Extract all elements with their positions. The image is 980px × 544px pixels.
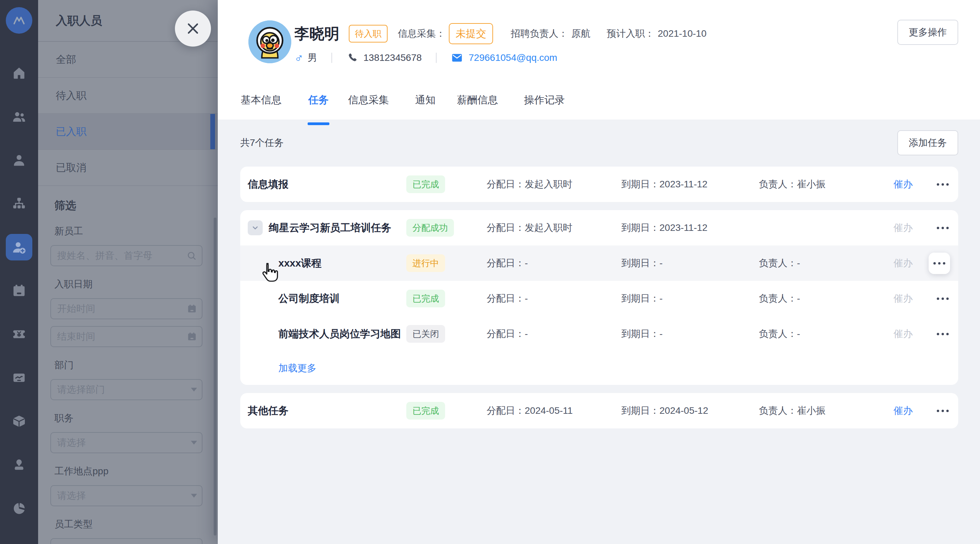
rail-money-icon[interactable] — [0, 312, 38, 356]
urge-link: 催办 — [894, 257, 921, 270]
more-actions-button[interactable]: 更多操作 — [897, 20, 958, 45]
menu-item-3[interactable]: 已取消 — [38, 150, 218, 186]
more-options-dots[interactable] — [929, 253, 950, 274]
placeholder: 请选择 — [57, 489, 86, 502]
rail-chart-icon[interactable] — [0, 356, 38, 400]
task-meta: 分配日：- — [487, 327, 621, 340]
tab-label: 通知 — [415, 93, 436, 107]
rail-home-icon[interactable] — [0, 51, 38, 95]
more-options-dots[interactable] — [935, 181, 950, 188]
gender-value: 男 — [308, 51, 317, 64]
task-meta: 到期日：2023-11-12 — [621, 221, 759, 234]
more-options-dots[interactable] — [935, 331, 950, 337]
rail-pie-chart-icon[interactable] — [0, 487, 38, 530]
close-drawer-button[interactable] — [175, 11, 211, 47]
task-meta: 到期日：2023-11-12 — [621, 178, 759, 191]
app-rail — [0, 0, 38, 544]
status-tag: 待入职 — [349, 25, 388, 43]
pie-chart-icon — [11, 501, 27, 516]
date-input[interactable]: 开始时间 — [50, 298, 202, 319]
task-row[interactable]: xxxx课程进行中分配日：-到期日：-负责人：-催办 — [240, 246, 958, 281]
tasks-tab-content: 共7个任务 添加任务 信息填报已完成分配日：发起入职时到期日：2023-11-1… — [218, 120, 980, 544]
more-options-dots[interactable] — [935, 408, 950, 414]
select-input[interactable]: 请选择 — [50, 485, 202, 506]
search-input[interactable]: 搜姓名、拼音、首字母 — [50, 245, 202, 266]
task-title: 绚星云学习新员工培训任务 — [248, 220, 406, 235]
more-options-dots[interactable] — [935, 295, 950, 302]
task-row[interactable]: 前端技术人员岗位学习地图已关闭分配日：-到期日：-负责人：-催办 — [240, 316, 958, 352]
task-row[interactable]: 公司制度培训已完成分配日：-到期日：-负责人：-催办 — [240, 281, 958, 316]
male-icon: ♂ — [294, 51, 304, 65]
rail-users-icon[interactable] — [0, 95, 38, 138]
task-meta: 负责人：- — [759, 327, 894, 340]
phone-value: 13812345678 — [363, 52, 422, 63]
menu-item-0[interactable]: 全部 — [38, 42, 218, 78]
tab-label: 信息采集 — [348, 93, 389, 107]
home-icon — [11, 66, 27, 81]
divider — [331, 53, 332, 63]
status-tag: 已完成 — [406, 402, 445, 420]
rail-org-chart-icon[interactable] — [0, 182, 38, 225]
task-card-0: 信息填报已完成分配日：发起入职时到期日：2023-11-12负责人：崔小振催办 — [240, 167, 958, 202]
rail-nav — [0, 51, 38, 530]
add-task-button[interactable]: 添加任务 — [897, 130, 958, 155]
email-link[interactable]: 729661054@qq.com — [469, 52, 557, 63]
rail-calendar-icon[interactable] — [0, 269, 38, 312]
more-options-dots[interactable] — [935, 225, 950, 231]
drawer-header: 李晓明 待入职 信息采集： 未提交 招聘负责人： 原航 预计入职： 2021-1… — [218, 0, 980, 120]
collapse-chevron-button[interactable] — [248, 220, 263, 235]
urge-link[interactable]: 催办 — [894, 178, 921, 191]
panel-title: 入职人员 — [56, 13, 102, 29]
filter-group-1: 入职日期开始时间结束时间 — [50, 278, 200, 347]
user-add-icon — [11, 240, 27, 255]
expected-label: 预计入职： — [607, 27, 654, 40]
load-more-link[interactable]: 加载更多 — [278, 362, 317, 375]
expected-date: 2021-10-10 — [658, 28, 706, 39]
task-meta: 负责人：崔小振 — [759, 404, 894, 417]
menu-item-1[interactable]: 待入职 — [38, 78, 218, 114]
moka-logo[interactable] — [6, 7, 32, 34]
stamp-icon — [11, 457, 27, 472]
divider — [436, 53, 437, 63]
filter-group-0: 新员工搜姓名、拼音、首字母 — [50, 225, 200, 266]
panel-scrollbar[interactable] — [214, 217, 216, 536]
rail-cube-icon[interactable] — [0, 400, 38, 443]
filter-group-3: 职务请选择 — [50, 412, 200, 453]
tab-label: 薪酬信息 — [457, 93, 498, 107]
placeholder: 请选择部门 — [57, 383, 105, 396]
chevron-down-icon — [191, 441, 197, 445]
urge-link[interactable]: 催办 — [894, 404, 921, 417]
date-input[interactable]: 结束时间 — [50, 326, 202, 347]
select-input[interactable]: 请选择 — [50, 538, 202, 544]
panel-menu: 全部待入职已入职已取消 — [38, 42, 218, 186]
placeholder: 请选择 — [57, 436, 86, 449]
task-title: 其他任务 — [248, 404, 406, 418]
filter-title: 筛选 — [54, 198, 200, 213]
filter-label: 新员工 — [54, 225, 200, 238]
task-meta: 到期日：- — [621, 327, 759, 340]
employee-name: 李晓明 — [294, 24, 339, 44]
filter-group-2: 部门请选择部门 — [50, 359, 200, 400]
onboarding-list-panel: 入职人员 全部待入职已入职已取消 筛选 新员工搜姓名、拼音、首字母入职日期开始时… — [38, 0, 218, 544]
select-input[interactable]: 请选择部门 — [50, 379, 202, 400]
rail-user-icon[interactable] — [0, 138, 38, 182]
tab-label: 基本信息 — [240, 93, 282, 107]
status-tag: 进行中 — [406, 254, 445, 272]
task-title: xxxx课程 — [248, 256, 406, 270]
menu-item-2[interactable]: 已入职 — [38, 114, 218, 150]
task-title: 前端技术人员岗位学习地图 — [248, 327, 406, 341]
rail-stamp-icon[interactable] — [0, 443, 38, 487]
task-meta: 到期日：- — [621, 257, 759, 270]
select-input[interactable]: 请选择 — [50, 432, 202, 453]
filter-group-4: 工作地点ppp请选择 — [50, 465, 200, 506]
task-title: 公司制度培训 — [248, 292, 406, 306]
rail-user-add-icon[interactable] — [0, 225, 38, 269]
user-icon — [11, 153, 27, 168]
task-title: 信息填报 — [248, 178, 406, 192]
recruiter-label: 招聘负责人： — [511, 27, 568, 40]
task-meta: 负责人：- — [759, 257, 894, 270]
filter-label: 工作地点ppp — [54, 465, 200, 478]
chevron-down-icon — [191, 388, 197, 392]
filter-label: 职务 — [54, 412, 200, 425]
task-row: 信息填报已完成分配日：发起入职时到期日：2023-11-12负责人：崔小振催办 — [240, 167, 958, 202]
